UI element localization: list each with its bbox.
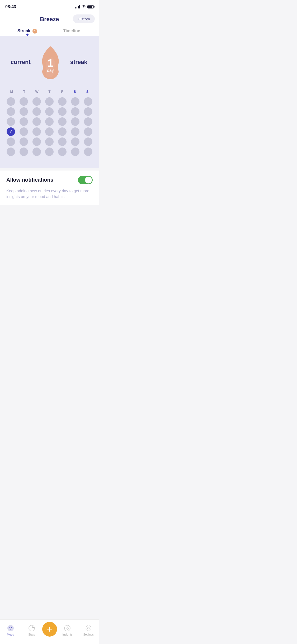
notifications-toggle[interactable] <box>78 176 93 184</box>
cal-dot <box>58 127 67 136</box>
cal-dot <box>45 117 54 126</box>
cal-dot <box>84 97 92 106</box>
cal-dot <box>32 107 41 116</box>
cal-dot <box>20 137 28 146</box>
cal-dot <box>7 97 15 106</box>
streak-hero: current 1 day streak <box>0 36 99 86</box>
cal-dot <box>45 127 54 136</box>
cal-dot <box>71 137 79 146</box>
cal-dot <box>7 137 15 146</box>
status-time: 08:43 <box>5 4 16 9</box>
cal-dot <box>84 107 92 116</box>
cal-dot <box>58 137 67 146</box>
cal-dot <box>7 117 15 126</box>
tabs: Streak 1 Timeline <box>0 26 99 36</box>
streak-right-label: streak <box>65 59 88 66</box>
cal-dot <box>32 117 41 126</box>
cal-dot <box>32 97 41 106</box>
cal-dot <box>71 107 79 116</box>
cal-dot <box>7 107 15 116</box>
cal-dot <box>71 117 79 126</box>
day-label-w: W <box>31 89 43 95</box>
app-title: Breeze <box>40 16 59 23</box>
cal-dot <box>20 127 28 136</box>
cal-dot <box>71 127 79 136</box>
streak-count: 1 <box>47 58 54 68</box>
notifications-row: Allow notifications <box>6 176 93 184</box>
day-label-s1: S <box>68 89 81 95</box>
notifications-section: Allow notifications Keep adding new entr… <box>0 171 99 205</box>
cal-dot <box>32 127 41 136</box>
wifi-icon <box>82 5 86 9</box>
streak-unit: day <box>47 68 54 73</box>
cal-dot <box>20 117 28 126</box>
status-icons <box>75 5 94 9</box>
flame-container: 1 day <box>36 44 65 81</box>
cal-dot <box>7 148 15 156</box>
day-label-t1: T <box>18 89 31 95</box>
day-label-f: F <box>56 89 68 95</box>
cal-dot <box>45 137 54 146</box>
cal-dot <box>84 117 92 126</box>
battery-icon <box>87 5 94 8</box>
cal-dot <box>45 107 54 116</box>
tab-streak[interactable]: Streak 1 <box>5 26 50 36</box>
notifications-label: Allow notifications <box>6 177 53 183</box>
cal-dot <box>84 148 92 156</box>
cal-dot <box>58 107 67 116</box>
main-content: current 1 day streak M T W T F S S <box>0 36 99 168</box>
calendar: M T W T F S S <box>0 86 99 161</box>
cal-dot <box>20 107 28 116</box>
cal-dot <box>71 148 79 156</box>
day-label-t2: T <box>43 89 56 95</box>
header: Breeze History <box>0 12 99 26</box>
day-label-s2: S <box>81 89 94 95</box>
cal-dot <box>84 127 92 136</box>
signal-icon <box>75 5 80 8</box>
calendar-grid <box>5 97 94 156</box>
history-button[interactable]: History <box>73 15 95 23</box>
cal-dot <box>58 97 67 106</box>
cal-dot <box>58 117 67 126</box>
tab-timeline[interactable]: Timeline <box>50 26 94 36</box>
notifications-description: Keep adding new entries every day to get… <box>6 188 93 200</box>
cal-dot <box>45 148 54 156</box>
status-bar: 08:43 <box>0 0 99 12</box>
cal-dot <box>45 97 54 106</box>
day-label-m: M <box>5 89 18 95</box>
cal-dot-checked <box>7 127 15 136</box>
cal-dot <box>84 137 92 146</box>
cal-dot <box>32 137 41 146</box>
cal-dot <box>20 148 28 156</box>
cal-dot <box>58 148 67 156</box>
cal-dot <box>71 97 79 106</box>
streak-current-label: current <box>11 59 36 66</box>
calendar-header: M T W T F S S <box>5 89 94 95</box>
streak-badge: 1 <box>32 29 37 34</box>
cal-dot <box>20 97 28 106</box>
toggle-knob <box>85 177 92 183</box>
cal-dot <box>32 148 41 156</box>
